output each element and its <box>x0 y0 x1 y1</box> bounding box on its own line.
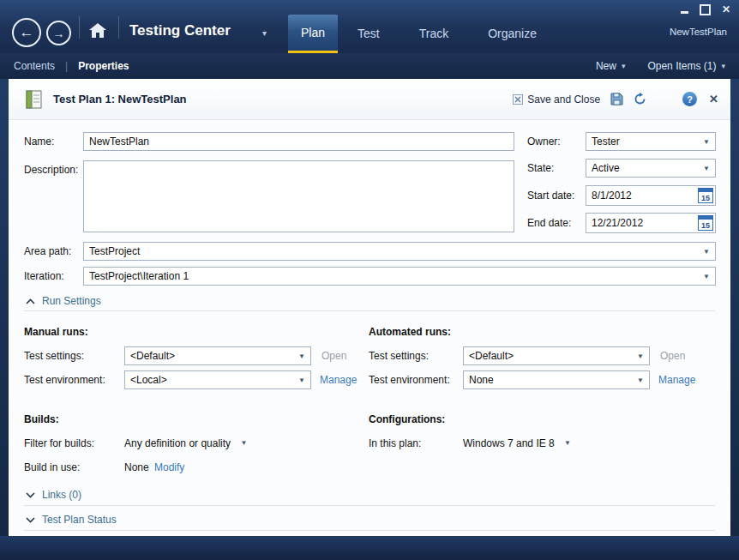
iteration-select[interactable]: TestProject\Iteration 1 ▼ <box>83 267 716 286</box>
filter-for-builds-dropdown[interactable]: Any definition or quality ▼ <box>124 437 247 449</box>
section-divider <box>24 530 715 531</box>
area-path-select[interactable]: TestProject ▼ <box>83 242 716 261</box>
open-items-button[interactable]: Open Items (1) ▾ <box>647 60 725 72</box>
iteration-label: Iteration: <box>24 270 64 282</box>
links-toggle[interactable]: Links (0) <box>26 489 81 501</box>
chevron-down-icon: ▼ <box>703 166 710 172</box>
manual-manage-link[interactable]: Manage <box>320 374 357 386</box>
name-input[interactable]: NewTestPlan <box>83 132 514 151</box>
titlebar-separator <box>79 16 80 39</box>
chevron-down-icon: ▼ <box>703 249 710 256</box>
save-button[interactable] <box>610 93 623 105</box>
close-panel-button[interactable]: ✕ <box>709 93 718 105</box>
automated-test-settings-select[interactable]: <Default> ▼ <box>463 346 650 365</box>
menubar: Contents | Properties New ▾ Open Items (… <box>0 53 739 79</box>
chevron-down-icon: ▾ <box>262 28 267 38</box>
calendar-icon-header <box>699 189 712 192</box>
start-date-value: 8/1/2012 <box>592 186 632 205</box>
end-date-label: End date: <box>527 217 571 229</box>
bottom-bar <box>0 536 739 560</box>
menu-contents[interactable]: Contents <box>0 60 65 72</box>
titlebar-separator <box>118 16 119 39</box>
save-and-close-label: Save and Close <box>527 93 600 105</box>
filter-for-builds-label: Filter for builds: <box>24 437 94 449</box>
maximize-icon[interactable] <box>700 4 711 15</box>
manual-test-settings-select[interactable]: <Default> ▼ <box>124 346 311 365</box>
in-this-plan-label: In this plan: <box>369 437 421 449</box>
in-this-plan-value: Windows 7 and IE 8 <box>463 437 555 449</box>
manual-test-environment-select[interactable]: <Local> ▼ <box>124 370 311 389</box>
state-select[interactable]: Active ▼ <box>586 159 716 178</box>
iteration-value: TestProject\Iteration 1 <box>89 268 189 285</box>
end-date-input[interactable]: 12/21/2012 15 <box>586 213 716 233</box>
automated-open-link-disabled: Open <box>660 350 685 362</box>
manual-test-settings-value: <Default> <box>130 347 175 364</box>
configurations-header: Configurations: <box>369 413 445 425</box>
refresh-icon <box>634 93 646 105</box>
back-arrow-icon: ← <box>20 24 34 41</box>
automated-test-environment-select[interactable]: None ▼ <box>463 370 650 389</box>
automated-manage-link[interactable]: Manage <box>658 374 695 386</box>
chevron-up-icon <box>26 298 35 304</box>
calendar-icon[interactable]: 15 <box>698 215 713 231</box>
calendar-icon[interactable]: 15 <box>698 188 713 203</box>
start-date-input[interactable]: 8/1/2012 15 <box>586 185 716 206</box>
tab-organize[interactable]: Organize <box>468 15 556 53</box>
automated-test-settings-label: Test settings: <box>369 350 429 362</box>
app-title-dropdown[interactable]: ▾ <box>262 28 267 38</box>
window-controls: ✕ <box>681 4 730 15</box>
menu-properties[interactable]: Properties <box>68 60 139 72</box>
automated-test-environment-label: Test environment: <box>369 374 450 386</box>
home-icon <box>89 23 106 38</box>
in-this-plan-dropdown[interactable]: Windows 7 and IE 8 ▼ <box>463 437 571 449</box>
calendar-icon-day: 15 <box>699 193 712 203</box>
owner-value: Tester <box>592 133 620 150</box>
close-window-icon <box>513 94 523 105</box>
chevron-down-icon: ▼ <box>637 377 644 384</box>
owner-select[interactable]: Tester ▼ <box>586 132 716 151</box>
new-menu-label: New <box>596 60 616 72</box>
chevron-down-icon: ▼ <box>703 274 710 280</box>
description-input[interactable] <box>83 160 514 232</box>
titlebar: ← → Testing Center ▾ Plan Test Track Org… <box>0 0 739 53</box>
run-settings-toggle[interactable]: Run Settings <box>26 295 101 307</box>
state-value: Active <box>592 160 620 177</box>
build-in-use-label: Build in use: <box>24 461 80 473</box>
home-button[interactable] <box>89 23 106 41</box>
open-items-label: Open Items (1) <box>647 60 716 72</box>
tab-test[interactable]: Test <box>338 15 400 53</box>
window-close-icon[interactable]: ✕ <box>722 4 730 15</box>
manual-test-settings-label: Test settings: <box>24 350 84 362</box>
test-plan-panel: Test Plan 1: NewTestPlan Save and Close <box>9 79 730 536</box>
chevron-down-icon <box>26 517 35 523</box>
modify-build-link[interactable]: Modify <box>154 461 184 473</box>
test-plan-status-toggle[interactable]: Test Plan Status <box>26 514 117 526</box>
chevron-down-icon: ▾ <box>622 62 626 70</box>
new-menu-button[interactable]: New ▾ <box>596 60 626 72</box>
save-icon <box>610 93 623 105</box>
panel-title: Test Plan 1: NewTestPlan <box>53 93 187 105</box>
automated-test-settings-value: <Default> <box>469 347 514 364</box>
save-and-close-button[interactable]: Save and Close <box>513 93 600 105</box>
manual-runs-header: Manual runs: <box>24 326 88 338</box>
chevron-down-icon: ▾ <box>721 62 725 70</box>
automated-runs-header: Automated runs: <box>369 326 451 338</box>
refresh-button[interactable] <box>634 93 646 105</box>
help-button[interactable]: ? <box>682 92 697 106</box>
tab-track[interactable]: Track <box>400 15 468 53</box>
test-plan-status-title: Test Plan Status <box>42 514 117 526</box>
end-date-value: 12/21/2012 <box>592 214 643 232</box>
tab-plan[interactable]: Plan <box>288 15 338 53</box>
current-plan-badge: NewTestPlan <box>670 27 727 37</box>
back-button[interactable]: ← <box>12 18 41 47</box>
build-in-use-value: None <box>124 461 149 473</box>
forward-button[interactable]: → <box>46 21 71 45</box>
panel-header: Test Plan 1: NewTestPlan Save and Close <box>9 79 730 120</box>
owner-label: Owner: <box>527 135 561 148</box>
chevron-down-icon: ▼ <box>637 353 644 360</box>
links-title: Links (0) <box>42 489 81 501</box>
test-plan-icon <box>24 89 45 110</box>
manual-test-environment-value: <Local> <box>130 371 167 388</box>
minimize-icon[interactable] <box>681 11 688 14</box>
tab-bar: Plan Test Track Organize <box>288 15 556 53</box>
